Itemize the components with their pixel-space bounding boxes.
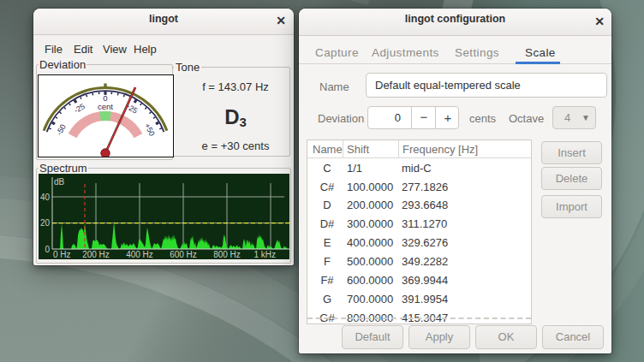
svg-text:40: 40: [40, 193, 51, 202]
svg-text:600 Hz: 600 Hz: [170, 250, 197, 259]
svg-text:400 Hz: 400 Hz: [126, 250, 153, 259]
svg-text:cent: cent: [98, 102, 113, 111]
svg-text:+50: +50: [143, 122, 157, 137]
svg-text:-50: -50: [55, 122, 68, 136]
svg-text:-25: -25: [73, 102, 86, 115]
svg-text:1 kHz: 1 kHz: [253, 250, 276, 259]
svg-text:0 Hz: 0 Hz: [53, 250, 71, 259]
svg-text:200 Hz: 200 Hz: [82, 250, 110, 259]
svg-text:800 Hz: 800 Hz: [213, 250, 241, 259]
svg-text:dB: dB: [54, 177, 65, 187]
svg-text:20: 20: [40, 218, 51, 228]
svg-text:0: 0: [45, 245, 50, 254]
